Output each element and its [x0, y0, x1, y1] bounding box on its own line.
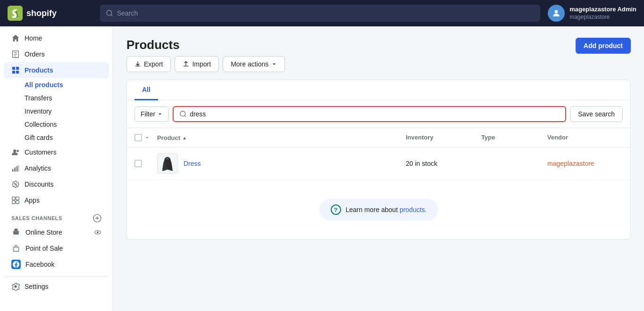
row-checkbox[interactable]	[134, 160, 142, 167]
sidebar-item-analytics[interactable]: Analytics	[4, 160, 109, 176]
sidebar-sub-transfers[interactable]: Transfers	[4, 91, 109, 105]
svg-rect-23	[13, 247, 18, 252]
sidebar-sub-gift-cards[interactable]: Gift cards	[4, 131, 109, 144]
filter-label: Filter	[141, 110, 155, 118]
sidebar-item-customers[interactable]: Customers	[4, 144, 109, 160]
sales-channels-section: SALES CHANNELS	[0, 208, 113, 224]
svg-rect-4	[12, 67, 15, 70]
export-button[interactable]: Export	[126, 56, 171, 72]
product-col-header[interactable]: Product ▲	[157, 134, 406, 141]
products-icon	[11, 66, 20, 74]
analytics-icon	[11, 164, 20, 172]
facebook-label: Facebook	[25, 261, 54, 268]
tabs: All	[127, 80, 630, 100]
svg-rect-10	[12, 169, 14, 172]
search-icon	[179, 110, 187, 118]
logo-text: shopify	[26, 8, 57, 18]
inventory-cell: 20 in stock	[406, 160, 481, 167]
sidebar-item-orders[interactable]: Orders	[4, 46, 109, 62]
svg-point-9	[17, 150, 19, 152]
layout: Home Orders Products All products	[0, 26, 644, 311]
search-wrapper[interactable]	[173, 106, 566, 122]
sidebar-item-settings[interactable]: Settings	[4, 276, 109, 295]
sidebar-sub-all-products[interactable]: All products	[4, 78, 109, 91]
topnav-search-bar[interactable]	[100, 5, 540, 22]
topnav: shopify mageplazastore Admin mageplazast…	[0, 0, 644, 26]
sidebar-label-home: Home	[25, 34, 42, 42]
sub-label-gift-cards: Gift cards	[25, 134, 53, 141]
svg-point-8	[13, 149, 16, 152]
pos-label: Point of Sale	[25, 245, 63, 252]
import-button[interactable]: Import	[175, 56, 219, 72]
sidebar-item-home[interactable]: Home	[4, 30, 109, 46]
product-name-link[interactable]: Dress	[184, 160, 201, 167]
more-actions-button[interactable]: More actions	[223, 56, 285, 72]
add-channel-icon[interactable]	[93, 214, 101, 222]
header-checkbox-chevron[interactable]	[145, 135, 150, 140]
svg-point-14	[14, 183, 15, 184]
save-search-button[interactable]: Save search	[570, 106, 623, 122]
svg-rect-16	[12, 197, 15, 200]
facebook-f-icon	[13, 261, 19, 268]
type-col-label: Type	[481, 134, 495, 141]
svg-rect-5	[16, 67, 19, 70]
sidebar-item-facebook[interactable]: Facebook	[4, 256, 109, 272]
products-card: All Filter Save search	[126, 80, 631, 240]
svg-rect-13	[18, 165, 19, 172]
facebook-left: Facebook	[11, 260, 54, 269]
store-icon	[12, 229, 20, 236]
svg-rect-11	[14, 167, 16, 172]
main-content: Products Export Import	[113, 26, 644, 311]
user-name: mageplazastore Admin	[569, 6, 636, 14]
apps-icon	[11, 196, 20, 205]
topnav-search-input[interactable]	[117, 9, 535, 17]
add-product-button[interactable]: Add product	[576, 38, 631, 54]
sidebar-item-discounts[interactable]: Discounts	[4, 176, 109, 192]
settings-icon	[11, 282, 20, 291]
sidebar-label-apps: Apps	[25, 196, 40, 204]
dress-image	[160, 154, 175, 173]
sidebar-label-customers: Customers	[25, 148, 57, 156]
avatar	[548, 5, 565, 22]
filter-button[interactable]: Filter	[134, 106, 169, 122]
sales-channels-title: SALES CHANNELS	[11, 215, 62, 221]
svg-point-15	[16, 185, 17, 186]
svg-rect-18	[12, 201, 15, 204]
save-search-label: Save search	[578, 110, 615, 118]
tab-all[interactable]: All	[134, 80, 158, 100]
search-input[interactable]	[190, 110, 560, 118]
svg-point-2	[555, 10, 558, 13]
checkbox-header-cell	[134, 134, 157, 141]
pos-bag-icon	[12, 245, 20, 252]
learn-more-link[interactable]: products.	[400, 206, 427, 213]
page-header-left: Products Export Import	[126, 38, 285, 72]
sub-label-transfers: Transfers	[25, 94, 52, 102]
pos-left: Point of Sale	[11, 244, 63, 253]
svg-rect-7	[16, 71, 19, 74]
chevron-down-icon	[271, 61, 277, 67]
logo[interactable]: shopify	[8, 6, 92, 21]
product-sort-icon: ▲	[182, 135, 187, 140]
header-checkbox[interactable]	[134, 134, 142, 141]
sidebar: Home Orders Products All products	[0, 26, 113, 311]
add-product-label: Add product	[584, 42, 623, 49]
sidebar-sub-inventory[interactable]: Inventory	[4, 105, 109, 118]
product-cell: Dress	[157, 153, 406, 174]
sidebar-label-orders: Orders	[25, 50, 45, 58]
sidebar-item-apps[interactable]: Apps	[4, 192, 109, 208]
sidebar-label-analytics: Analytics	[25, 164, 51, 172]
avatar-icon	[552, 8, 561, 18]
sidebar-label-products: Products	[25, 66, 53, 74]
import-icon	[183, 61, 189, 67]
sidebar-sub-collections[interactable]: Collections	[4, 118, 109, 131]
learn-more-text: Learn more about products.	[346, 206, 427, 213]
table-row: Dress 20 in stock mageplazastore	[127, 147, 630, 180]
settings-label: Settings	[25, 283, 49, 290]
sidebar-item-products[interactable]: Products	[4, 62, 109, 78]
sidebar-item-online-store[interactable]: Online Store	[4, 224, 109, 240]
page-header: Products Export Import	[126, 38, 631, 72]
inventory-col-label: Inventory	[406, 134, 434, 141]
svg-rect-6	[12, 71, 15, 74]
import-label: Import	[192, 60, 211, 68]
sidebar-item-point-of-sale[interactable]: Point of Sale	[4, 240, 109, 256]
